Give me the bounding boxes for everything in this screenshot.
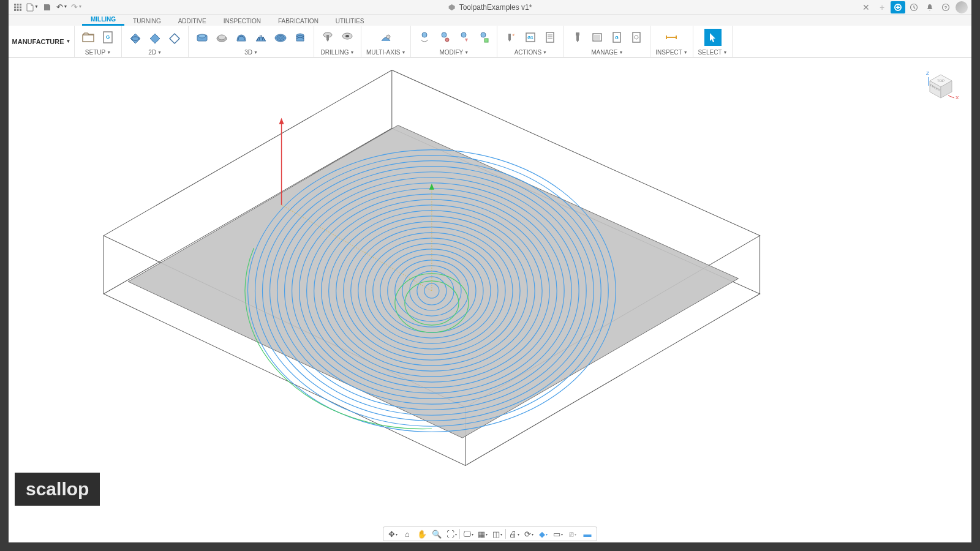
3d-scallop-icon[interactable] (272, 29, 289, 46)
modify-1-icon[interactable] (416, 29, 433, 46)
multiaxis-label[interactable]: MULTI-AXIS▼ (366, 49, 405, 56)
svg-line-79 (948, 96, 954, 98)
pan-icon[interactable]: ✋ (415, 528, 429, 540)
svg-rect-3 (14, 6, 16, 8)
modify-label[interactable]: MODIFY▼ (439, 49, 469, 56)
drill-icon[interactable] (319, 29, 336, 46)
close-tab-icon[interactable]: ✕ (859, 1, 873, 13)
tab-inspection[interactable]: INSPECTION (215, 17, 270, 26)
3d-adaptive-icon[interactable] (194, 29, 211, 46)
svg-text:G: G (106, 34, 110, 40)
refresh-icon[interactable]: ⟳▾ (522, 528, 535, 540)
ribbon-group-actions: G1 ACTIONS▼ (497, 26, 564, 57)
ribbon-group-setup: G SETUP▼ (75, 26, 122, 57)
3d-parallel-icon[interactable] (252, 29, 270, 46)
folder-icon[interactable] (80, 29, 97, 46)
manage-post-icon[interactable]: G (608, 29, 625, 46)
generate-icon[interactable] (502, 29, 519, 46)
setup-label[interactable]: SETUP▼ (85, 49, 111, 56)
svg-rect-35 (546, 32, 554, 42)
svg-text:G: G (616, 36, 619, 40)
svg-text:?: ? (944, 5, 948, 10)
tab-milling[interactable]: MILLING (82, 15, 124, 26)
modify-2-icon[interactable] (435, 29, 453, 46)
apps-icon[interactable] (11, 1, 24, 13)
workspace-selector[interactable]: MANUFACTURE▼ (9, 26, 75, 57)
tab-turning[interactable]: TURNING (124, 17, 170, 26)
3d-horizontal-icon[interactable] (292, 29, 309, 46)
undo-icon[interactable]: ↶▼ (55, 1, 69, 13)
svg-rect-5 (20, 6, 21, 8)
svg-text:Z: Z (926, 70, 929, 76)
notifications-icon[interactable] (922, 1, 937, 13)
modify-3-icon[interactable] (455, 29, 472, 46)
redo-icon[interactable]: ↷▼ (70, 1, 83, 13)
title-right: ✕ + ? (859, 1, 969, 13)
2d-label[interactable]: 2D▼ (148, 49, 162, 56)
tab-utilities[interactable]: UTILITIES (327, 17, 373, 26)
display-icon[interactable]: 🖵▾ (461, 528, 475, 540)
visual-style-icon[interactable]: 🖨▾ (507, 528, 521, 540)
select-label[interactable]: SELECT▼ (698, 49, 728, 56)
grid-icon[interactable]: ▦▾ (476, 528, 489, 540)
inspect-label[interactable]: INSPECT▼ (655, 49, 687, 56)
3d-contour-icon[interactable] (233, 29, 250, 46)
svg-text:TOP: TOP (937, 79, 944, 83)
svg-text:X: X (956, 95, 959, 100)
swarf-icon[interactable] (377, 29, 394, 46)
tab-additive[interactable]: ADDITIVE (170, 17, 215, 26)
measure-icon[interactable] (663, 29, 680, 46)
orbit-icon[interactable]: ✥▾ (386, 528, 399, 540)
manage-templates-icon[interactable] (589, 29, 606, 46)
layer-icon[interactable]: ◆▾ (537, 528, 550, 540)
viewport[interactable]: TOP FRONT Z X scallop ✥▾ ⌂ ✋ 🔍 ⛶▾ 🖵▾ ▦▾ … (9, 58, 971, 542)
postprocess-icon[interactable]: G1 (522, 29, 539, 46)
view-cube[interactable]: TOP FRONT Z X (922, 69, 959, 105)
ribbon-group-3d: 3D▼ (189, 26, 314, 57)
title-center: ToolpathExamples v1* (448, 3, 532, 12)
svg-point-28 (442, 32, 447, 37)
toggle-icon[interactable]: ▬ (581, 528, 594, 540)
svg-rect-32 (484, 39, 488, 42)
actions-label[interactable]: ACTIONS▼ (514, 49, 547, 56)
doc-icon (448, 4, 456, 11)
select-icon[interactable] (704, 29, 722, 46)
fit-icon[interactable]: ⛶▾ (445, 528, 458, 540)
svg-point-26 (386, 35, 390, 39)
3d-flat-icon[interactable] (213, 29, 230, 46)
hole-icon[interactable] (339, 29, 356, 46)
manage-label[interactable]: MANAGE▼ (591, 49, 623, 56)
svg-rect-40 (633, 32, 640, 42)
svg-marker-70 (279, 118, 284, 124)
svg-rect-7 (17, 9, 19, 11)
3d-label[interactable]: 3D▼ (244, 49, 258, 56)
2d-adaptive-icon[interactable] (127, 29, 144, 46)
look-icon[interactable]: ⌂ (401, 528, 414, 540)
tool-library-icon[interactable] (569, 29, 586, 46)
navigation-bar: ✥▾ ⌂ ✋ 🔍 ⛶▾ 🖵▾ ▦▾ ◫▾ 🖨▾ ⟳▾ ◆▾ ▭▾ ⎚▾ ▬ (383, 527, 597, 541)
file-icon[interactable]: ▼ (26, 1, 39, 13)
user-avatar[interactable] (954, 1, 969, 13)
caption-label: scallop (15, 473, 100, 506)
setup-sheet-icon[interactable] (541, 29, 559, 46)
ribbon-group-drilling: DRILLING▼ (314, 26, 361, 57)
2d-pocket-icon[interactable] (146, 29, 164, 46)
manage-machines-icon[interactable] (628, 29, 645, 46)
viewports-icon[interactable]: ◫▾ (491, 528, 504, 540)
save-icon[interactable] (40, 1, 54, 13)
job-status-icon[interactable] (907, 1, 921, 13)
drilling-label[interactable]: DRILLING▼ (320, 49, 354, 56)
filter-icon[interactable]: ⎚▾ (566, 528, 579, 540)
modify-4-icon[interactable] (475, 29, 492, 46)
zoom-icon[interactable]: 🔍 (430, 528, 443, 540)
help-icon[interactable]: ? (938, 1, 953, 13)
nc-program-icon[interactable]: G (99, 29, 116, 46)
extensions-icon[interactable] (891, 1, 905, 13)
window-icon[interactable]: ▭▾ (551, 528, 565, 540)
new-tab-icon[interactable]: + (875, 1, 889, 13)
svg-rect-2 (20, 4, 21, 6)
tab-fabrication[interactable]: FABRICATION (270, 17, 327, 26)
2d-face-icon[interactable] (166, 29, 183, 46)
environment-tabs: MILLING TURNING ADDITIVE INSPECTION FABR… (9, 15, 971, 26)
title-bar: ▼ ↶▼ ↷▼ ToolpathExamples v1* ✕ + (9, 0, 971, 15)
